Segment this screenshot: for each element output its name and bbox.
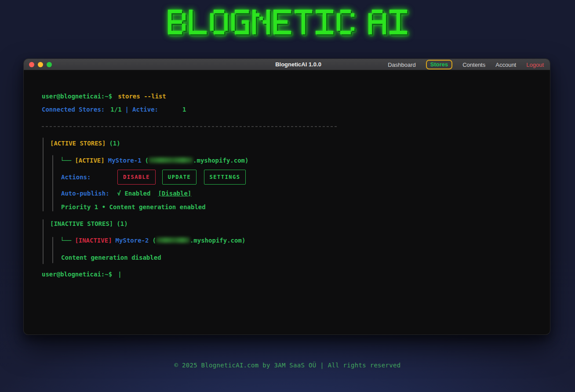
- nav-item-contents[interactable]: Contents: [462, 62, 485, 68]
- nav-item-logout[interactable]: Logout: [526, 62, 544, 68]
- shell-command: stores --list: [118, 93, 166, 100]
- stores-summary-line: Connected Stores:1/1|Active:1: [42, 105, 186, 114]
- store-row-inactive: └──[INACTIVE]MyStore-2(.myshopify.com): [60, 236, 245, 245]
- domain-suffix: .myshopify.com): [193, 157, 248, 164]
- tree-guide-line: [43, 138, 44, 211]
- minimize-window-icon[interactable]: [38, 62, 43, 67]
- active-stores-count: (1): [109, 140, 120, 147]
- nav-item-dashboard[interactable]: Dashboard: [388, 62, 416, 68]
- autopublish-status: √ Enabled: [117, 190, 151, 197]
- nav-item-account[interactable]: Account: [495, 62, 516, 68]
- footer-copyright: © 2025 BlogneticAI.com by 3AM SaaS OÜ | …: [0, 362, 575, 369]
- separator-line: [42, 126, 338, 127]
- inactive-stores-title: [INACTIVE STORES]: [50, 220, 113, 227]
- autopublish-disable-link[interactable]: [Disable]: [158, 190, 191, 197]
- terminal-input-line[interactable]: user@blogneticai:~$|: [42, 270, 122, 279]
- store2-meta: Content generation disabled: [61, 253, 161, 262]
- zoom-window-icon[interactable]: [47, 62, 52, 67]
- main-nav: Dashboard Stores Contents Account Logout: [388, 59, 544, 70]
- app-window: BlogneticAI 1.0.0 Dashboard Stores Conte…: [23, 58, 550, 335]
- nav-item-stores[interactable]: Stores: [426, 60, 452, 69]
- redacted-store-domain: [149, 157, 193, 163]
- domain-suffix: .myshopify.com): [190, 237, 245, 244]
- store-name: MyStore-1: [108, 157, 142, 164]
- tree-guide-line: [52, 155, 53, 211]
- update-store-button[interactable]: UPDATE: [162, 170, 197, 185]
- store-status-badge: [ACTIVE]: [75, 157, 104, 164]
- active-count: 1: [182, 106, 186, 113]
- inactive-stores-count: (1): [116, 220, 127, 227]
- app-logo: BLOGNETIC AI: [168, 10, 407, 34]
- close-window-icon[interactable]: [29, 62, 34, 67]
- active-stores-header: [ACTIVE STORES](1): [50, 139, 120, 148]
- actions-label: Actions:: [61, 170, 91, 185]
- tree-branch-icon: └──: [60, 157, 71, 164]
- connected-stores-label: Connected Stores:: [42, 106, 105, 113]
- summary-pipe: |: [125, 106, 129, 113]
- inactive-stores-header: [INACTIVE STORES](1): [50, 219, 128, 228]
- window-titlebar: BlogneticAI 1.0.0 Dashboard Stores Conte…: [24, 59, 550, 70]
- tree-guide-line: [52, 237, 53, 263]
- disable-store-button[interactable]: DISABLE: [117, 170, 156, 185]
- terminal-cursor: |: [118, 271, 121, 278]
- domain-open-paren: (: [152, 237, 156, 244]
- shell-prompt: user@blogneticai:~$: [42, 271, 112, 278]
- window-title: BlogneticAI 1.0.0: [275, 61, 321, 68]
- tree-branch-icon: └──: [60, 237, 71, 244]
- store-settings-button[interactable]: SETTINGS: [204, 170, 246, 185]
- terminal-command-line: user@blogneticai:~$stores --list: [42, 92, 166, 101]
- window-controls: [29, 62, 52, 67]
- connected-stores-count: 1/1: [110, 106, 121, 113]
- domain-open-paren: (: [145, 157, 149, 164]
- store-row-active: └──[ACTIVE]MyStore-1(.myshopify.com): [60, 156, 248, 165]
- store-name: MyStore-2: [116, 237, 149, 244]
- active-label: Active:: [132, 106, 158, 113]
- store-priority-meta: Priority 1 • Content generation enabled: [61, 203, 206, 211]
- tree-guide-line: [43, 219, 44, 264]
- store-status-badge: [INACTIVE]: [75, 237, 112, 244]
- shell-prompt: user@blogneticai:~$: [42, 93, 112, 100]
- autopublish-row: Auto-publish:√ Enabled[Disable]: [61, 189, 191, 198]
- store-actions-row: Actions: DISABLE UPDATE SETTINGS: [61, 170, 334, 185]
- autopublish-label: Auto-publish:: [61, 190, 109, 197]
- redacted-store-domain: [156, 237, 190, 243]
- active-stores-title: [ACTIVE STORES]: [50, 140, 106, 147]
